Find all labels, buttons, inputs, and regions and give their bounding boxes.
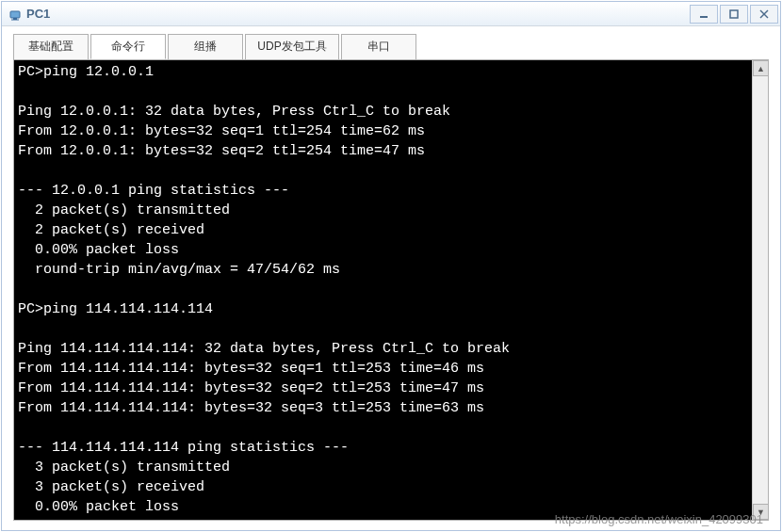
scroll-up-arrow-icon[interactable]: ▲ [753, 60, 769, 76]
svg-rect-4 [730, 10, 738, 18]
tabs-row: 基础配置 命令行 组播 UDP发包工具 串口 [2, 26, 780, 59]
scroll-track[interactable] [753, 76, 768, 504]
tab-udp-tool[interactable]: UDP发包工具 [245, 34, 339, 59]
tab-basic-config[interactable]: 基础配置 [13, 34, 89, 59]
title-left: PC1 [8, 7, 50, 22]
tab-command-line[interactable]: 命令行 [90, 34, 166, 59]
minimize-button[interactable] [690, 5, 718, 24]
window-title: PC1 [26, 7, 50, 21]
scrollbar[interactable]: ▲ ▼ [752, 60, 768, 520]
app-window: PC1 基础配置 命令行 组播 UDP发包工具 串口 PC>ping 12.0.… [1, 1, 781, 531]
window-controls [688, 5, 778, 24]
title-bar: PC1 [2, 2, 780, 26]
scroll-down-arrow-icon[interactable]: ▼ [753, 504, 769, 520]
terminal-container: PC>ping 12.0.0.1 Ping 12.0.0.1: 32 data … [13, 59, 769, 521]
tab-multicast[interactable]: 组播 [168, 34, 243, 59]
app-icon [8, 7, 23, 22]
svg-rect-0 [10, 11, 20, 18]
close-button[interactable] [750, 5, 778, 24]
tab-serial[interactable]: 串口 [341, 34, 416, 59]
terminal-output[interactable]: PC>ping 12.0.0.1 Ping 12.0.0.1: 32 data … [14, 60, 752, 520]
maximize-button[interactable] [720, 5, 748, 24]
